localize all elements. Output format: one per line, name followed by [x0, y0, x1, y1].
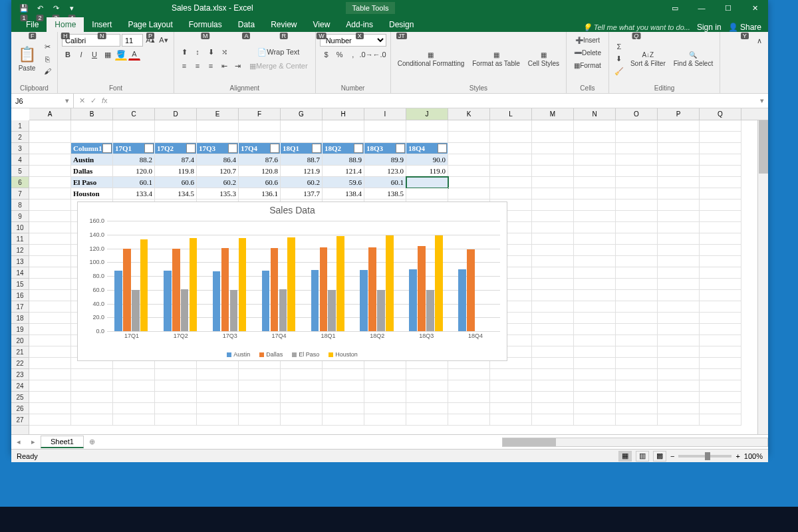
- row-header[interactable]: 20: [11, 335, 29, 346]
- cell[interactable]: [616, 290, 658, 301]
- column-header[interactable]: O: [616, 108, 658, 120]
- spreadsheet-grid[interactable]: 1234567891011121314151617181920212223242…: [11, 108, 768, 434]
- column-header[interactable]: C: [113, 108, 155, 120]
- cell[interactable]: [323, 403, 364, 414]
- shrink-font-button[interactable]: A▾: [158, 34, 170, 46]
- cell[interactable]: [197, 392, 239, 403]
- cell[interactable]: [155, 414, 197, 426]
- cell[interactable]: [616, 346, 658, 358]
- cell[interactable]: [406, 414, 448, 426]
- cell[interactable]: [239, 392, 281, 403]
- qat-customize-button[interactable]: ▾4: [65, 2, 79, 14]
- cell[interactable]: [29, 154, 71, 166]
- sheet-nav-prev[interactable]: ◂: [11, 438, 26, 446]
- tab-file[interactable]: FileF: [18, 17, 47, 32]
- cell[interactable]: [448, 403, 490, 414]
- cell[interactable]: [281, 369, 323, 380]
- cell[interactable]: [616, 301, 658, 313]
- cell[interactable]: [29, 166, 71, 177]
- cell[interactable]: [113, 414, 155, 426]
- cell[interactable]: [700, 324, 741, 335]
- cell[interactable]: [700, 245, 741, 256]
- chart-bar[interactable]: [221, 248, 229, 331]
- cell[interactable]: [700, 177, 741, 188]
- legend-item[interactable]: Houston: [329, 351, 358, 358]
- column-header[interactable]: F: [239, 108, 281, 120]
- cell[interactable]: [574, 233, 616, 245]
- cell[interactable]: [532, 143, 574, 154]
- cell[interactable]: [448, 369, 490, 380]
- cell[interactable]: [448, 177, 490, 188]
- row-header[interactable]: 10: [11, 222, 29, 233]
- cell[interactable]: 120.8: [239, 166, 281, 177]
- cell[interactable]: [281, 380, 323, 392]
- cell[interactable]: [490, 392, 532, 403]
- bold-button[interactable]: B: [62, 49, 74, 61]
- cell[interactable]: [658, 120, 700, 132]
- cell[interactable]: [490, 177, 532, 188]
- cell[interactable]: [532, 233, 574, 245]
- filter-dropdown-icon[interactable]: ▾: [186, 144, 196, 153]
- cell[interactable]: 60.1: [364, 177, 406, 188]
- cell[interactable]: [29, 200, 71, 211]
- font-color-button[interactable]: A: [128, 49, 140, 61]
- increase-decimal-button[interactable]: .0→: [360, 49, 372, 61]
- chart-bar[interactable]: [172, 249, 180, 331]
- cell[interactable]: [239, 380, 281, 392]
- cell[interactable]: [29, 369, 71, 380]
- tab-home[interactable]: HomeH: [47, 17, 84, 32]
- cell[interactable]: [71, 132, 113, 143]
- legend-item[interactable]: Dallas: [259, 351, 283, 358]
- cell[interactable]: 60.6: [239, 177, 281, 188]
- cell[interactable]: [364, 392, 406, 403]
- cell[interactable]: [658, 188, 700, 200]
- legend-item[interactable]: El Paso: [292, 351, 319, 358]
- cell[interactable]: [113, 132, 155, 143]
- tab-view[interactable]: ViewW: [305, 17, 338, 32]
- cell[interactable]: [448, 143, 490, 154]
- underline-button[interactable]: U: [88, 49, 100, 61]
- cell[interactable]: El Paso: [71, 177, 113, 188]
- cell[interactable]: [658, 267, 700, 279]
- row-header[interactable]: 26: [11, 403, 29, 414]
- cell[interactable]: [700, 380, 741, 392]
- cell[interactable]: [700, 188, 741, 200]
- cell[interactable]: [448, 132, 490, 143]
- column-header[interactable]: I: [364, 108, 406, 120]
- chart-bar[interactable]: [320, 247, 328, 331]
- cell[interactable]: [574, 279, 616, 290]
- fill-color-button[interactable]: 🪣: [115, 49, 127, 61]
- cell[interactable]: 136.1: [239, 188, 281, 200]
- cell[interactable]: [658, 414, 700, 426]
- cell[interactable]: [532, 200, 574, 211]
- row-header[interactable]: 14: [11, 267, 29, 279]
- cell[interactable]: [364, 369, 406, 380]
- cell[interactable]: 17Q4▾: [239, 143, 281, 154]
- cell[interactable]: [532, 335, 574, 346]
- cell[interactable]: [616, 392, 658, 403]
- cell[interactable]: Austin: [71, 154, 113, 166]
- row-header[interactable]: 18: [11, 313, 29, 324]
- cell[interactable]: [448, 120, 490, 132]
- tab-design[interactable]: DesignJT: [381, 17, 422, 32]
- cell[interactable]: [323, 380, 364, 392]
- cell[interactable]: [700, 267, 741, 279]
- cell[interactable]: [71, 369, 113, 380]
- row-header[interactable]: 5: [11, 166, 29, 177]
- cell[interactable]: 121.9: [281, 166, 323, 177]
- cell[interactable]: [658, 358, 700, 369]
- cell[interactable]: [574, 222, 616, 233]
- cell[interactable]: [700, 132, 741, 143]
- cell[interactable]: [532, 380, 574, 392]
- comma-button[interactable]: ,: [347, 49, 359, 61]
- cell[interactable]: [616, 222, 658, 233]
- cell[interactable]: [532, 166, 574, 177]
- cell[interactable]: [29, 414, 71, 426]
- row-header[interactable]: 8: [11, 200, 29, 211]
- cell[interactable]: [658, 245, 700, 256]
- cell[interactable]: [239, 414, 281, 426]
- italic-button[interactable]: I: [75, 49, 87, 61]
- chart-bar[interactable]: [368, 247, 376, 331]
- cell[interactable]: [532, 313, 574, 324]
- cell[interactable]: [658, 279, 700, 290]
